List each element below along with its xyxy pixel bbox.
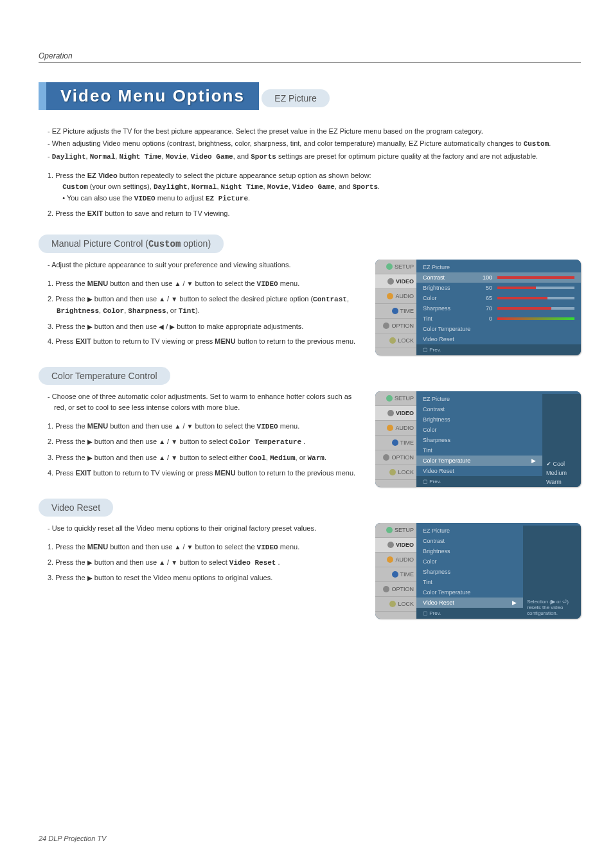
section-heading-color: Color Temperature Control	[39, 367, 170, 385]
color-bullets: - Choose one of three automatic color ad…	[39, 391, 362, 413]
osd-row: Tint	[416, 445, 542, 456]
osd-option: Warm	[542, 478, 581, 486]
osd-tab-video: VIDEO	[375, 274, 416, 289]
ez-steps: 1. Press the EZ Video button repeatedly …	[39, 170, 581, 219]
osd-row: Video Reset	[416, 334, 581, 344]
osd-row: EZ Picture	[416, 262, 581, 272]
osd-row: Video Reset▶	[416, 598, 523, 608]
lock-icon	[389, 337, 396, 344]
time-icon	[392, 308, 398, 314]
page: Operation Video Menu Options EZ Picture …	[0, 0, 613, 868]
ez-bullet-0: EZ Picture adjusts the TV for the best p…	[52, 127, 483, 135]
audio-icon	[387, 293, 393, 299]
osd-tab-lock: LOCK	[375, 333, 416, 348]
option-icon	[383, 323, 389, 329]
color-bullet-0: Choose one of three automatic color adju…	[52, 393, 352, 411]
osd-row: Contrast	[416, 536, 523, 546]
osd-tab-option: OPTION	[375, 319, 416, 333]
osd-row: EZ Picture	[416, 394, 542, 404]
section-heading-ez: EZ Picture	[262, 89, 329, 107]
osd-row: Contrast100	[416, 272, 581, 283]
osd2-footer: ▢ Prev.	[416, 476, 542, 487]
osd1-footer: ▢ Prev.	[416, 344, 581, 355]
osd-option: Medium	[542, 469, 581, 477]
osd-tab-audio: AUDIO	[375, 553, 416, 567]
osd-row: Tint	[416, 577, 523, 587]
lock-icon	[389, 469, 396, 475]
osd-tab-option: OPTION	[375, 582, 416, 597]
setup-icon	[386, 263, 393, 270]
osd-row: Color Temperature▶	[416, 456, 542, 466]
setup-icon	[386, 395, 393, 402]
osd-tab-setup: SETUP	[375, 260, 416, 274]
osd-row: Sharpness	[416, 435, 542, 445]
osd-row: Color	[416, 425, 542, 435]
osd3-side-message: Selection (▶ or ⏎) resets the video conf…	[523, 526, 581, 619]
video-icon	[387, 410, 394, 416]
osd-row: Color	[416, 556, 523, 567]
osd-row: Video Reset	[416, 466, 542, 476]
osd-row: EZ Picture	[416, 526, 523, 536]
osd-tab-option: OPTION	[375, 450, 416, 465]
osd-tab-lock: LOCK	[375, 465, 416, 480]
ez-bullets: - EZ Picture adjusts the TV for the best…	[39, 126, 581, 163]
section-heading-manual: Manual Picture Control (Custom option)	[39, 235, 224, 253]
section-heading-reset: Video Reset	[39, 499, 113, 517]
osd-row: Tint0	[416, 314, 581, 324]
osd-row: Color Temperature	[416, 587, 523, 598]
manual-steps: 1. Press the MENU button and then use ▲ …	[39, 278, 362, 346]
time-icon	[392, 571, 398, 578]
video-icon	[387, 542, 394, 548]
manual-bullet-0: Adjust the picture appearance to suit yo…	[51, 261, 290, 269]
manual-heading-suffix: option)	[181, 238, 211, 249]
osd-row: Color65	[416, 293, 581, 303]
video-icon	[387, 278, 394, 285]
manual-heading-bold: Custom	[148, 239, 181, 249]
audio-icon	[387, 425, 393, 431]
osd-row: Color Temperature	[416, 324, 581, 334]
osd-option: ✔ Cool	[542, 460, 581, 468]
osd-tab-video: VIDEO	[375, 406, 416, 421]
osd-tab-setup: SETUP	[375, 523, 416, 538]
reset-bullet-0: Use to quickly reset all the Video menu …	[52, 524, 316, 532]
osd3-footer: ▢ Prev.	[416, 608, 523, 619]
option-icon	[383, 586, 389, 592]
osd-tab-lock: LOCK	[375, 597, 416, 612]
osd-manual: SETUPVIDEOAUDIOTIMEOPTIONLOCK EZ Picture…	[375, 260, 581, 355]
page-footer: 24 DLP Projection TV	[39, 835, 106, 842]
reset-steps: 1. Press the MENU button and then use ▲ …	[39, 542, 362, 583]
lock-icon	[389, 601, 396, 607]
osd-tab-time: TIME	[375, 436, 416, 450]
setup-icon	[386, 527, 393, 533]
page-title: Video Menu Options	[39, 82, 259, 110]
audio-icon	[387, 556, 393, 563]
osd-row: Contrast	[416, 404, 542, 414]
osd-tab-time: TIME	[375, 304, 416, 319]
osd-row: Brightness	[416, 414, 542, 425]
option-icon	[383, 454, 389, 461]
osd-reset: SETUPVIDEOAUDIOTIMEOPTIONLOCK EZ Picture…	[375, 523, 581, 619]
osd-tab-setup: SETUP	[375, 391, 416, 406]
osd-row: Brightness	[416, 546, 523, 556]
osd-tab-audio: AUDIO	[375, 289, 416, 304]
osd-color: SETUPVIDEOAUDIOTIMEOPTIONLOCK EZ Picture…	[375, 391, 581, 487]
osd-tab-audio: AUDIO	[375, 421, 416, 436]
reset-bullets: - Use to quickly reset all the Video men…	[39, 523, 362, 534]
time-icon	[392, 439, 398, 446]
color-steps: 1. Press the MENU button and then use ▲ …	[39, 421, 362, 478]
osd-row: Sharpness70	[416, 303, 581, 314]
osd-row: Brightness50	[416, 283, 581, 293]
manual-heading-prefix: Manual Picture Control (	[51, 238, 148, 249]
manual-bullets: - Adjust the picture appearance to suit …	[39, 260, 362, 270]
osd-tab-video: VIDEO	[375, 538, 416, 553]
osd-tab-time: TIME	[375, 567, 416, 582]
header-section-label: Operation	[39, 51, 581, 63]
osd-row: Sharpness	[416, 567, 523, 577]
